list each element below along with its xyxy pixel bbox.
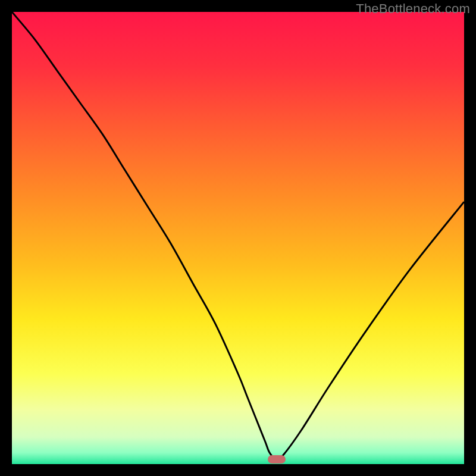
chart-frame: TheBottleneck.com: [0, 0, 476, 476]
plot-area: [12, 12, 464, 464]
curve-path: [12, 12, 464, 460]
watermark-text: TheBottleneck.com: [356, 1, 470, 17]
min-marker: [268, 455, 286, 464]
bottleneck-curve: [12, 12, 464, 464]
